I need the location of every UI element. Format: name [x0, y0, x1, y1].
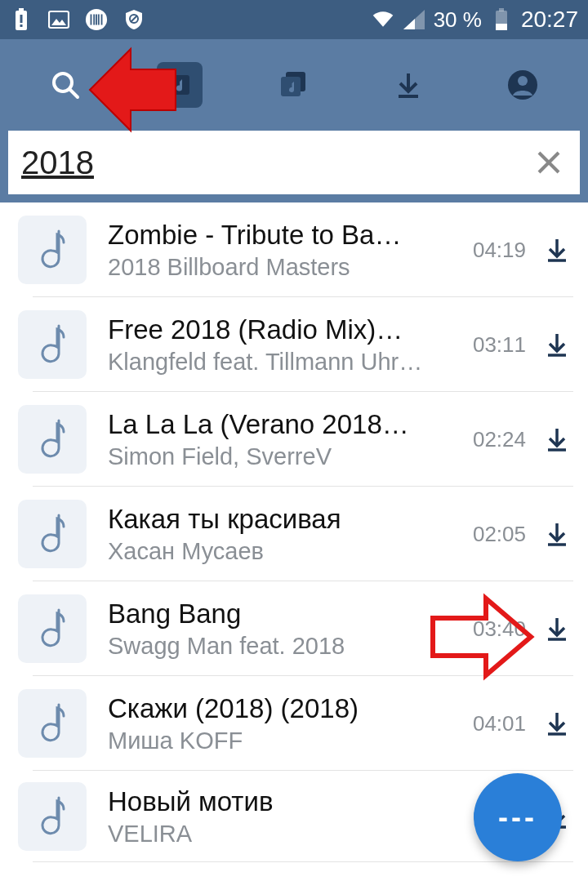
track-title: Zombie - Tribute to Ba… [108, 220, 457, 251]
music-note-icon [18, 689, 87, 758]
track-row[interactable]: Скажи (2018) (2018)Миша KOFF 04:01 [0, 676, 588, 771]
battery-icon [490, 8, 513, 31]
svg-rect-2 [20, 15, 23, 23]
track-duration: 04:19 [469, 238, 526, 263]
clock: 20:27 [521, 7, 578, 33]
track-title: Free 2018 (Radio Mix)… [108, 314, 457, 345]
track-duration: 04:01 [469, 711, 526, 736]
battery-alert-icon [10, 8, 33, 31]
fab-more-button[interactable]: --- [474, 773, 562, 861]
svg-marker-5 [51, 19, 66, 25]
track-list: Zombie - Tribute to Ba…2018 Billboard Ma… [0, 202, 588, 862]
image-icon [47, 8, 70, 31]
clear-search-icon[interactable] [531, 145, 567, 180]
track-row[interactable]: Bang BangSwagg Man feat. 2018 03:40 [0, 581, 588, 676]
signal-icon [403, 8, 425, 31]
svg-point-27 [518, 76, 528, 86]
svg-marker-15 [403, 19, 415, 29]
track-title: Какая ты красивая [108, 504, 457, 535]
downloads-tab[interactable] [385, 62, 431, 108]
music-note-icon [18, 405, 87, 474]
track-duration: 02:24 [469, 427, 526, 452]
track-artist: 2018 Billboard Masters [108, 254, 457, 281]
track-artist: Klangfeld feat. Tillmann Uhr… [108, 349, 457, 376]
wifi-icon [372, 8, 394, 31]
track-duration: 03:40 [469, 616, 526, 642]
track-duration: 03:11 [469, 332, 526, 358]
track-row[interactable]: Free 2018 (Radio Mix)…Klangfeld feat. Ti… [0, 297, 588, 392]
barcode-icon [85, 8, 108, 31]
track-artist: VELIRA [108, 821, 457, 848]
search-input[interactable] [21, 145, 531, 181]
music-note-icon [18, 782, 87, 851]
svg-rect-17 [499, 8, 504, 11]
svg-line-20 [69, 89, 78, 97]
download-button[interactable] [541, 707, 573, 740]
track-row[interactable]: Какая ты красиваяХасан Мусаев 02:05 [0, 487, 588, 581]
music-tab[interactable] [157, 62, 203, 108]
download-button[interactable] [541, 518, 573, 550]
track-artist: Миша KOFF [108, 727, 457, 754]
track-artist: Хасан Мусаев [108, 538, 457, 565]
track-row[interactable]: La La La (Verano 2018…Simon Field, Sverr… [0, 392, 588, 487]
track-duration: 02:05 [469, 522, 526, 547]
search-box [8, 131, 580, 194]
track-artist: Swagg Man feat. 2018 [108, 633, 457, 660]
svg-rect-3 [20, 24, 23, 27]
svg-rect-18 [496, 24, 507, 30]
svg-rect-23 [281, 77, 301, 96]
track-title: Bang Bang [108, 598, 457, 630]
download-button[interactable] [541, 234, 573, 266]
track-row[interactable]: Zombie - Tribute to Ba…2018 Billboard Ma… [0, 202, 588, 297]
svg-rect-1 [19, 8, 24, 11]
battery-pct: 30 % [434, 7, 482, 33]
profile-tab[interactable] [500, 62, 546, 108]
music-note-icon [18, 310, 87, 379]
status-bar: 30 % 20:27 [0, 0, 588, 39]
music-note-icon [18, 594, 87, 663]
music-note-icon [18, 500, 87, 568]
track-title: Новый мотив [108, 786, 457, 817]
music-note-icon [18, 216, 87, 284]
search-tab[interactable] [42, 62, 88, 108]
playlist-tab[interactable] [271, 62, 317, 108]
toolbar [0, 39, 588, 131]
fab-label: --- [498, 800, 537, 834]
download-button[interactable] [541, 423, 573, 456]
download-button[interactable] [541, 612, 573, 645]
download-button[interactable] [541, 328, 573, 361]
track-artist: Simon Field, SverreV [108, 443, 457, 470]
shield-check-icon [122, 8, 145, 31]
track-title: Скажи (2018) (2018) [108, 693, 457, 724]
track-title: La La La (Verano 2018… [108, 409, 457, 440]
